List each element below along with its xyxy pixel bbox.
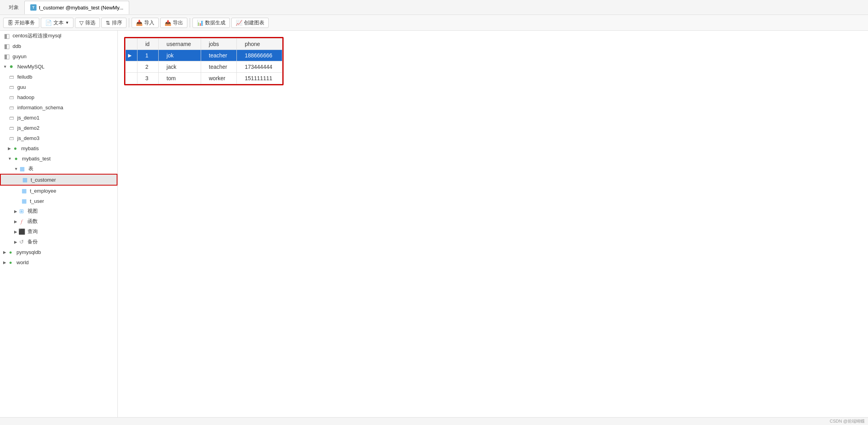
sidebar-label-views: 视图: [27, 208, 38, 215]
sidebar-item-queries[interactable]: ▶ ⬛ 查询: [0, 226, 117, 237]
sidebar-label-jsdemo1: js_demo1: [17, 115, 39, 121]
sidebar-item-hadoop[interactable]: 🗃 hadoop: [0, 92, 117, 102]
sidebar-label-newmysql: NewMySQL: [17, 64, 44, 70]
table-wrapper: id username jobs phone ▶ 1 jok teacher 1…: [124, 37, 284, 85]
text-button[interactable]: 📄 文本 ▼: [41, 18, 73, 28]
cell-username-3[interactable]: tom: [159, 73, 201, 84]
sidebar-item-functions[interactable]: ▶ 𝑓 函数: [0, 216, 117, 226]
main-layout: ◧ centos远程连接mysql ◧ ddb ◧ guyun ▼ ● NewM…: [0, 31, 868, 417]
content-area: id username jobs phone ▶ 1 jok teacher 1…: [118, 31, 868, 417]
queries-icon: ⬛: [18, 228, 25, 235]
sidebar-item-guyun[interactable]: ◧ guyun: [0, 51, 117, 61]
sidebar-item-feiludb[interactable]: 🗃 feiludb: [0, 72, 117, 82]
sidebar-label-t-employee: t_employee: [30, 188, 56, 194]
cell-jobs-2[interactable]: teacher: [201, 61, 236, 73]
toolbar-divider-1: [129, 18, 129, 28]
table-row[interactable]: 3 tom worker 151111111: [126, 73, 282, 84]
sidebar-item-jsdemo3[interactable]: 🗃 js_demo3: [0, 133, 117, 143]
db-sm-icon-jsdemo1: 🗃: [8, 114, 15, 121]
col-header-username[interactable]: username: [159, 39, 201, 50]
db-sm-icon-info: 🗃: [8, 104, 15, 111]
expand-icon-backup: ▶: [14, 240, 17, 244]
col-header-id[interactable]: id: [137, 39, 159, 50]
cell-id-2[interactable]: 2: [137, 61, 159, 73]
table-icon-t-customer: ▦: [21, 176, 28, 183]
tab-active[interactable]: T t_customer @mybatis_test (NewMy...: [24, 1, 129, 14]
expand-icon-mybatis: ▶: [8, 146, 11, 151]
sidebar-item-world[interactable]: ▶ ● world: [0, 257, 117, 267]
cell-phone-1[interactable]: 188666666: [237, 50, 282, 61]
sidebar-label-world: world: [16, 259, 29, 265]
toolbar: 🗄 开始事务 📄 文本 ▼ ▽ 筛选 ⇅ 排序 📥 导入 📤 导出 📊 数据生成…: [0, 15, 868, 31]
create-chart-icon: 📈: [236, 20, 242, 26]
sidebar-label-jsdemo3: js_demo3: [17, 135, 39, 141]
col-header-jobs[interactable]: jobs: [201, 39, 236, 50]
data-table: id username jobs phone ▶ 1 jok teacher 1…: [125, 38, 282, 84]
db-sm-icon-guu: 🗃: [8, 83, 15, 90]
sidebar-label-info-schema: information_schema: [17, 105, 63, 110]
sidebar-item-t-customer[interactable]: ▦ t_customer: [0, 174, 117, 186]
cell-username-1[interactable]: jok: [159, 50, 201, 61]
sidebar-label-guyun: guyun: [13, 53, 26, 59]
import-button[interactable]: 📥 导入: [132, 18, 159, 28]
footer: CSDN @前端蝴蝶: [0, 417, 868, 425]
expand-icon-world: ▶: [3, 260, 6, 265]
expand-icon-newmysql: ▼: [3, 64, 7, 69]
sidebar-label-backup: 备份: [27, 238, 38, 245]
data-gen-button[interactable]: 📊 数据生成: [192, 18, 230, 28]
sidebar-item-newmysql[interactable]: ▼ ● NewMySQL: [0, 61, 117, 72]
sidebar-item-guu[interactable]: 🗃 guu: [0, 82, 117, 92]
sidebar-item-jsdemo1[interactable]: 🗃 js_demo1: [0, 112, 117, 123]
db-green-world: ●: [7, 259, 14, 266]
table-row[interactable]: 2 jack teacher 173444444: [126, 61, 282, 73]
cell-jobs-1[interactable]: teacher: [201, 50, 236, 61]
sidebar: ◧ centos远程连接mysql ◧ ddb ◧ guyun ▼ ● NewM…: [0, 31, 118, 417]
sort-icon: ⇅: [106, 20, 110, 26]
db-sm-icon-jsdemo3: 🗃: [8, 134, 15, 142]
sidebar-item-pymysqldb[interactable]: ▶ ● pymysqldb: [0, 247, 117, 257]
start-transaction-button[interactable]: 🗄 开始事务: [3, 18, 39, 28]
create-chart-button[interactable]: 📈 创建图表: [231, 18, 269, 28]
sidebar-label-mybatis-test: mybatis_test: [22, 156, 51, 162]
sidebar-item-tables-group[interactable]: ▼ ▦ 表: [0, 164, 117, 174]
sidebar-item-jsdemo2[interactable]: 🗃 js_demo2: [0, 123, 117, 133]
tab-objects[interactable]: 对象: [3, 1, 24, 14]
export-button[interactable]: 📤 导出: [160, 18, 187, 28]
sidebar-item-t-employee[interactable]: ▦ t_employee: [0, 186, 117, 196]
sidebar-label-queries: 查询: [27, 228, 38, 235]
expand-icon-mybatis-test: ▼: [8, 156, 12, 161]
sidebar-item-mybatis-test[interactable]: ▼ ● mybatis_test: [0, 153, 117, 164]
backup-icon: ↺: [18, 238, 25, 245]
db-gray-icon-3: ◧: [3, 53, 10, 60]
cell-jobs-3[interactable]: worker: [201, 73, 236, 84]
table-icon-t-user: ▦: [20, 197, 27, 204]
sidebar-item-mybatis[interactable]: ▶ ● mybatis: [0, 143, 117, 153]
col-header-phone[interactable]: phone: [237, 39, 282, 50]
transaction-icon: 🗄: [7, 20, 13, 26]
sidebar-item-centos[interactable]: ◧ centos远程连接mysql: [0, 31, 117, 41]
sidebar-item-views[interactable]: ▶ ⊞ 视图: [0, 206, 117, 216]
cell-username-2[interactable]: jack: [159, 61, 201, 73]
sidebar-item-t-user[interactable]: ▦ t_user: [0, 196, 117, 206]
functions-icon: 𝑓: [18, 218, 25, 225]
sort-button[interactable]: ⇅ 排序: [101, 18, 126, 28]
sidebar-label-guu: guu: [17, 84, 26, 90]
sidebar-label-mybatis: mybatis: [21, 145, 39, 151]
cell-id-3[interactable]: 3: [137, 73, 159, 84]
sidebar-item-ddb[interactable]: ◧ ddb: [0, 41, 117, 51]
db-gray-icon: ◧: [3, 32, 10, 39]
sidebar-item-backup[interactable]: ▶ ↺ 备份: [0, 237, 117, 247]
cell-phone-2[interactable]: 173444444: [237, 61, 282, 73]
db-gray-icon-2: ◧: [3, 42, 10, 50]
tables-folder-icon: ▦: [19, 165, 26, 172]
db-sm-icon-hadoop: 🗃: [8, 94, 15, 101]
table-row[interactable]: ▶ 1 jok teacher 188666666: [126, 50, 282, 61]
cell-id-1[interactable]: 1: [137, 50, 159, 61]
sidebar-label-ddb: ddb: [13, 43, 21, 49]
table-icon-t-employee: ▦: [20, 187, 27, 194]
cell-phone-3[interactable]: 151111111: [237, 73, 282, 84]
filter-button[interactable]: ▽ 筛选: [75, 18, 100, 28]
sidebar-item-information-schema[interactable]: 🗃 information_schema: [0, 102, 117, 112]
row-indicator-2: [126, 61, 137, 73]
db-green-pymysqldb: ●: [7, 248, 14, 256]
